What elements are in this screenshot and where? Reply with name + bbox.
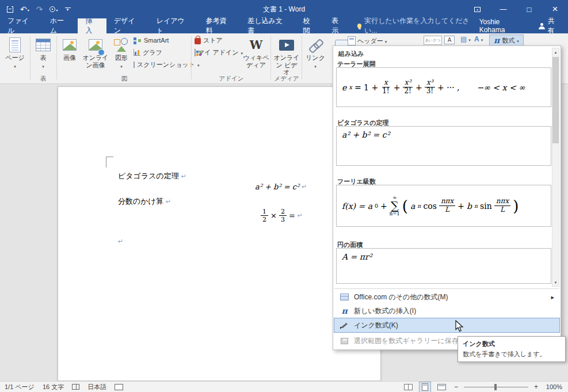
screenshot-button[interactable]: スクリーンショット (132, 59, 190, 70)
tab-mailings[interactable]: 差し込み文書 (240, 18, 296, 33)
online-picture-button[interactable]: オンライン画像 (82, 35, 109, 76)
touch-mouse-mode-button[interactable] (49, 3, 58, 15)
chart-button[interactable]: グラフ (132, 47, 190, 58)
language-indicator[interactable]: 日本語 (87, 383, 106, 391)
table-dropdown-arrow (42, 62, 44, 69)
save-button[interactable] (7, 3, 13, 15)
web-layout-icon (437, 384, 446, 390)
gallery-scrollbar[interactable] (552, 48, 559, 287)
links-button[interactable]: リンク (304, 35, 327, 76)
equation-button[interactable]: 数式 (489, 35, 524, 46)
undo-dropdown-arrow[interactable] (28, 5, 29, 13)
wordart-icon (474, 36, 479, 43)
zoom-slider[interactable] (464, 387, 528, 387)
zoom-out-button[interactable]: − (453, 383, 459, 391)
read-mode-button[interactable] (402, 383, 415, 391)
page-icon (9, 37, 21, 52)
fraction: nπxL (439, 197, 455, 214)
undo-button[interactable] (20, 3, 29, 15)
quick-parts-button[interactable] (460, 36, 471, 43)
fraction: x³3! (425, 79, 435, 96)
links-dropdown-arrow (314, 62, 317, 69)
ribbon-display-options-icon (474, 7, 481, 12)
group-separator (302, 36, 302, 79)
redo-button[interactable] (36, 3, 43, 15)
user-name[interactable]: Yoshie Kohama (479, 18, 526, 33)
tooltip: インク数式 数式を手書きで挿入します。 (458, 336, 566, 362)
touch-mode-dropdown-arrow[interactable] (56, 5, 58, 13)
gallery-item-fourier[interactable]: f(x) = a0 + ∞∑n=1 ( an cos nπxL + bn sin… (336, 185, 551, 227)
status-bar: 1/1 ページ 16 文字 日本語 − + 100% (0, 381, 568, 392)
tab-home[interactable]: ホーム (43, 18, 78, 33)
wikipedia-button[interactable]: ウィキペディア (243, 35, 269, 76)
tab-insert[interactable]: 挿入 (78, 18, 106, 33)
group-label-table: 表 (32, 75, 54, 83)
gallery-item-taylor[interactable]: ex = 1 + x1! + x²2! + x³3! + ··· , −∞ < … (336, 67, 551, 107)
smartart-button[interactable]: SmartArt (132, 35, 190, 46)
paragraph-mark: ↵ (302, 183, 307, 191)
globe-icon (98, 49, 105, 56)
pages-button[interactable]: ページ (2, 35, 28, 76)
wordart-dropdown-arrow (481, 36, 483, 43)
table-button[interactable]: 表 (32, 35, 54, 76)
gallery-item-circle-area[interactable]: A = πr² (336, 248, 551, 284)
mouse-cursor (455, 320, 464, 332)
tell-me-placeholder: 実行したい作業を入力してください... (364, 16, 479, 36)
header-dropdown-arrow (385, 37, 387, 44)
pages-dropdown-arrow (14, 62, 16, 69)
pi-icon (494, 36, 500, 44)
tab-view[interactable]: 表示 (324, 18, 352, 33)
store-button[interactable]: ストア (193, 35, 243, 46)
touch-mode-icon (49, 6, 55, 12)
menu-item-insert-new-equation[interactable]: 新しい数式の挿入(I) (334, 304, 560, 318)
tab-review[interactable]: 校閲 (296, 18, 324, 33)
scroll-down-button[interactable] (552, 279, 559, 286)
window-title: 文書 1 - Word (263, 5, 305, 14)
print-layout-button[interactable] (420, 382, 430, 392)
my-addins-button[interactable]: マイ アドイン (193, 47, 243, 58)
web-layout-button[interactable] (435, 383, 448, 391)
customize-qat-icon (65, 7, 71, 12)
ink-pen-icon (340, 321, 349, 329)
shapes-button[interactable]: 図形 (110, 35, 132, 76)
proofing-status-icon[interactable] (72, 384, 79, 390)
header-button[interactable]: ヘッダー (348, 36, 387, 46)
summation: ∞∑n=1 (390, 195, 400, 216)
status-left: 1/1 ページ 16 文字 日本語 (0, 383, 123, 391)
equation-dropdown-arrow[interactable] (517, 37, 519, 44)
page-indicator[interactable]: 1/1 ページ (5, 383, 35, 391)
paragraph-mark: ↵ (298, 212, 303, 219)
tab-layout[interactable]: レイアウト (149, 18, 199, 33)
gallery-item-pythagoras[interactable]: a² + b² = c² (336, 126, 551, 166)
online-video-button[interactable]: オンライン ビデオ (273, 35, 300, 76)
zoom-in-button[interactable]: + (533, 383, 539, 391)
tab-file[interactable]: ファイル (0, 18, 43, 33)
tab-design[interactable]: デザイン (106, 18, 149, 33)
minimize-button[interactable] (490, 0, 516, 18)
tell-me-box[interactable]: 実行したい作業を入力してください... (357, 18, 479, 33)
menu-item-more-equations[interactable]: Office.com のその他の数式(M) (334, 290, 560, 304)
text-box-button[interactable]: A (444, 36, 455, 44)
scroll-thumb[interactable] (552, 57, 559, 143)
zoom-slider-thumb[interactable] (494, 384, 497, 390)
zoom-percentage[interactable]: 100% (544, 383, 562, 390)
wordart-button[interactable] (474, 36, 483, 43)
store-icon (195, 38, 201, 44)
scroll-up-button[interactable] (552, 48, 559, 56)
picture-button[interactable]: 画像 (59, 35, 81, 76)
word-count[interactable]: 16 文字 (43, 383, 64, 391)
greeting-line-button[interactable]: あいさつ (424, 36, 442, 45)
menu-item-ink-equation[interactable]: インク数式(K) (334, 318, 560, 333)
ime-mode-icon[interactable] (115, 384, 123, 390)
fraction-two-thirds: 23 (279, 208, 287, 223)
group-separator (191, 36, 192, 79)
tab-references[interactable]: 参考資料 (198, 18, 240, 33)
customize-qat-button[interactable] (65, 3, 71, 15)
menu-separator (334, 288, 559, 289)
fraction-one-half: 12 (261, 208, 268, 223)
lightbulb-icon (357, 24, 362, 28)
maximize-button[interactable] (516, 0, 542, 18)
share-button[interactable]: 共有 (539, 18, 561, 33)
shapes-dropdown-arrow (120, 62, 123, 69)
doc-empty-paragraph: ↵ (118, 238, 123, 245)
